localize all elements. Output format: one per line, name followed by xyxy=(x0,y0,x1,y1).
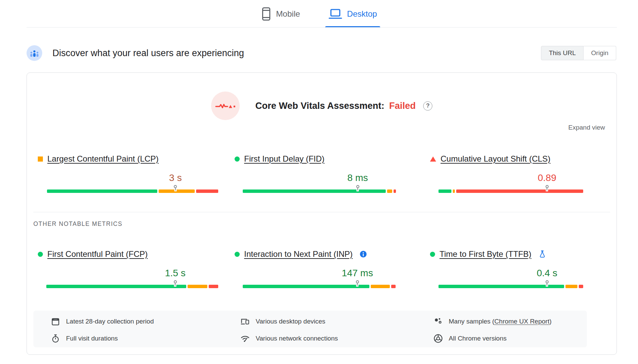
devices-item: Various desktop devices xyxy=(240,316,325,327)
lcp-value: 3 s xyxy=(169,172,182,183)
ttfb-status-bullet xyxy=(430,252,435,257)
lcp-marker xyxy=(174,185,177,191)
other-metrics-heading: OTHER NOTABLE METRICS xyxy=(33,220,123,228)
samples-label: Many samples (Chrome UX Report) xyxy=(449,318,552,325)
chrome-versions-label: All Chrome versions xyxy=(449,335,507,342)
inp-value: 147 ms xyxy=(342,268,373,279)
fid-link[interactable]: First Input Delay (FID) xyxy=(244,154,324,164)
devices-label: Various desktop devices xyxy=(256,318,325,325)
metric-ttfb: Time to First Byte (TTFB) 0.4 s xyxy=(430,249,582,293)
stopwatch-icon xyxy=(51,334,60,343)
chrome-ux-report-link[interactable]: Chrome UX Report xyxy=(494,318,549,325)
tab-desktop[interactable]: Desktop xyxy=(325,0,380,28)
network-label: Various network connections xyxy=(256,335,338,342)
origin-button[interactable]: Origin xyxy=(584,46,616,60)
collection-period-item: Latest 28-day collection period xyxy=(51,316,154,327)
scope-toggle: This URL Origin xyxy=(541,46,616,60)
tab-mobile-label: Mobile xyxy=(276,9,300,19)
devices-icon xyxy=(240,317,250,326)
inp-info-icon[interactable] xyxy=(359,250,367,258)
collection-info-panel: Latest 28-day collection period Full vis… xyxy=(33,311,587,347)
lcp-distribution-bar xyxy=(47,189,218,193)
assessment-header: Core Web Vitals Assessment: Failed ? xyxy=(27,92,617,120)
calendar-icon xyxy=(51,317,60,326)
field-data-header: Discover what your real users are experi… xyxy=(27,44,616,62)
expand-view-link[interactable]: Expand view xyxy=(568,124,605,131)
metric-inp: Interaction to Next Paint (INP) 147 ms xyxy=(235,249,393,293)
ttfb-experiment-flask-icon[interactable] xyxy=(538,250,547,259)
assessment-heading: Core Web Vitals Assessment: Failed ? xyxy=(255,101,432,111)
ttfb-value: 0.4 s xyxy=(537,268,557,279)
visit-durations-item: Full visit durations xyxy=(51,333,118,344)
tabbar-divider xyxy=(27,27,617,28)
metric-lcp: Largest Contentful Paint (LCP) 3 s xyxy=(38,153,222,198)
cls-status-bullet xyxy=(430,156,436,162)
assessment-result: Failed xyxy=(389,101,416,111)
page-title: Discover what your real users are experi… xyxy=(52,48,244,59)
ttfb-link[interactable]: Time to First Byte (TTFB) xyxy=(440,249,531,259)
collection-period-label: Latest 28-day collection period xyxy=(66,318,154,325)
cls-marker xyxy=(545,185,548,191)
chrome-versions-item: All Chrome versions xyxy=(433,333,507,344)
desktop-laptop-icon xyxy=(329,8,342,20)
fid-value: 8 ms xyxy=(347,172,368,183)
metric-cls: Cumulative Layout Shift (CLS) 0.89 xyxy=(430,153,582,198)
tab-desktop-label: Desktop xyxy=(347,9,377,19)
real-users-icon xyxy=(27,45,42,61)
metric-fid: First Input Delay (FID) 8 ms xyxy=(235,153,393,198)
mobile-phone-icon xyxy=(261,7,271,21)
fid-status-bullet xyxy=(235,156,240,162)
inp-status-bullet xyxy=(235,252,240,257)
assessment-title: Core Web Vitals Assessment: xyxy=(255,101,384,111)
sample-dots-icon xyxy=(433,317,443,326)
cls-value: 0.89 xyxy=(538,172,557,183)
inp-link[interactable]: Interaction to Next Paint (INP) xyxy=(244,249,353,259)
ttfb-marker xyxy=(545,280,548,286)
network-item: Various network connections xyxy=(240,333,338,344)
fid-marker xyxy=(356,185,359,191)
this-url-button[interactable]: This URL xyxy=(541,46,584,60)
fcp-distribution-bar xyxy=(46,285,218,288)
fcp-status-bullet xyxy=(38,252,43,257)
cls-link[interactable]: Cumulative Layout Shift (CLS) xyxy=(441,154,551,164)
device-tabbar: Mobile Desktop xyxy=(0,0,638,28)
metric-fcp: First Contentful Paint (FCP) 1.5 s xyxy=(38,249,222,293)
inp-marker xyxy=(356,280,359,286)
ttfb-distribution-bar xyxy=(438,285,583,288)
visit-durations-label: Full visit durations xyxy=(66,335,118,342)
inp-distribution-bar xyxy=(243,285,396,288)
network-signal-icon xyxy=(240,334,250,343)
cls-distribution-bar xyxy=(438,189,583,193)
fcp-link[interactable]: First Contentful Paint (FCP) xyxy=(47,249,148,259)
metrics-divider xyxy=(33,212,610,212)
fid-distribution-bar xyxy=(243,189,396,193)
chrome-logo-icon xyxy=(433,334,443,343)
lcp-status-bullet xyxy=(38,156,43,162)
pulse-assessment-icon xyxy=(211,92,240,120)
samples-item: Many samples (Chrome UX Report) xyxy=(433,316,552,327)
help-icon[interactable]: ? xyxy=(423,101,432,111)
lcp-link[interactable]: Largest Contentful Paint (LCP) xyxy=(47,154,159,164)
tab-mobile[interactable]: Mobile xyxy=(258,0,304,28)
fcp-value: 1.5 s xyxy=(165,268,186,279)
core-web-vitals-card: Core Web Vitals Assessment: Failed ? Exp… xyxy=(27,72,617,355)
fcp-marker xyxy=(174,280,177,286)
